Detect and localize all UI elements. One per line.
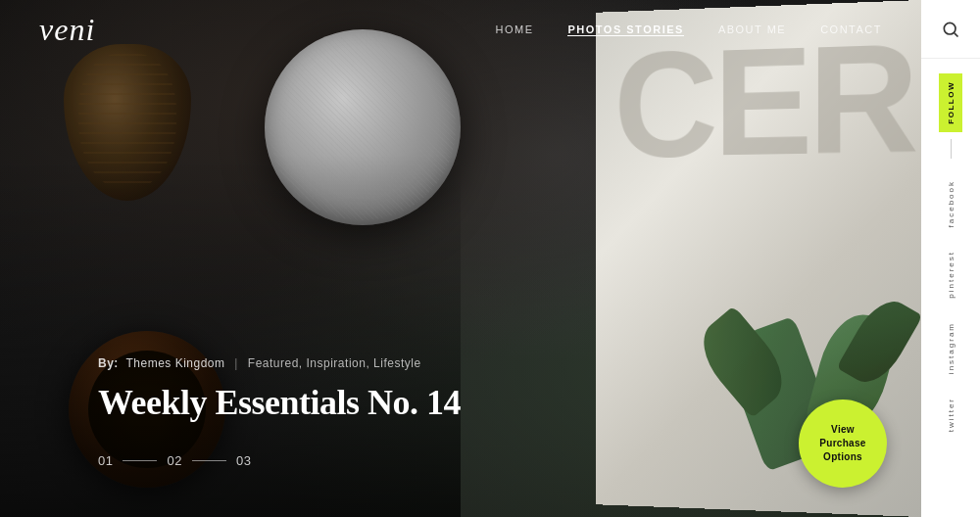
social-pinterest[interactable]: pinterest — [947, 239, 956, 310]
social-links: facebook pinterest instagram twitter — [947, 168, 956, 445]
svg-point-0 — [944, 23, 956, 34]
slide-navigation: 01 02 03 — [98, 453, 461, 468]
follow-section: FOLLOW facebook pinterest instagram twit… — [939, 73, 962, 444]
nav-photos-stories[interactable]: PHOTOS STORIES — [567, 24, 683, 36]
search-icon — [941, 20, 960, 39]
header: veni HOME PHOTOS STORIES ABOUT ME CONTAC… — [0, 0, 921, 59]
hero-meta: By: Themes Kingdom | Featured, Inspirati… — [98, 356, 461, 370]
nav-contact[interactable]: CONTACT — [820, 24, 882, 35]
follow-box[interactable]: FOLLOW — [939, 73, 962, 132]
nav-home[interactable]: HOME — [495, 24, 533, 35]
social-twitter[interactable]: twitter — [947, 386, 956, 444]
by-label: By: — [98, 356, 119, 370]
slide-item-1[interactable]: 01 — [98, 453, 113, 468]
slide-divider-2 — [192, 460, 226, 461]
slide-item-2[interactable]: 02 — [167, 453, 181, 468]
meta-separator: | — [234, 356, 238, 370]
slide-divider-1 — [122, 460, 157, 461]
svg-line-1 — [955, 32, 958, 36]
sidebar: FOLLOW facebook pinterest instagram twit… — [921, 0, 980, 517]
purchase-button[interactable]: View Purchase Options — [799, 400, 887, 488]
social-facebook[interactable]: facebook — [947, 168, 956, 239]
hero-content: By: Themes Kingdom | Featured, Inspirati… — [98, 356, 461, 468]
slide-num-2: 02 — [167, 453, 181, 468]
slide-num-3: 03 — [236, 453, 251, 468]
logo[interactable]: veni — [39, 12, 95, 48]
slide-num-1: 01 — [98, 453, 113, 468]
hero-tags: Featured, Inspiration, Lifestyle — [248, 356, 421, 370]
nav-about-me[interactable]: ABOUT ME — [718, 24, 786, 35]
follow-label: FOLLOW — [947, 81, 956, 124]
hero-author[interactable]: Themes Kingdom — [125, 356, 224, 370]
hero-title: Weekly Essentials No. 14 — [98, 382, 461, 424]
search-button[interactable] — [921, 0, 980, 59]
slide-item-3[interactable]: 03 — [236, 453, 251, 468]
social-instagram[interactable]: instagram — [947, 310, 956, 386]
purchase-button-text: View Purchase Options — [819, 423, 865, 464]
main-nav: HOME PHOTOS STORIES ABOUT ME CONTACT — [495, 24, 882, 36]
sidebar-divider — [951, 139, 952, 159]
